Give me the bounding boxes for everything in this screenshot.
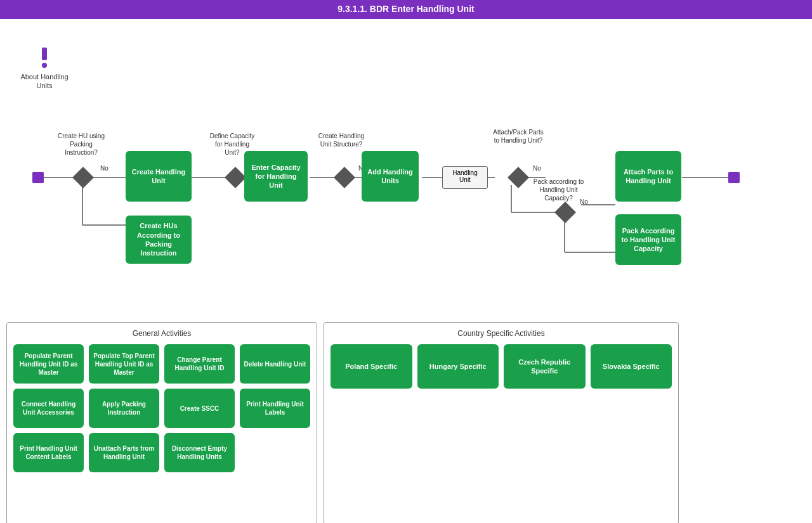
attach-parts-box[interactable]: Attach Parts to Handling Unit bbox=[615, 151, 681, 202]
btn-delete-hu[interactable]: Delete Handling Unit bbox=[240, 344, 310, 384]
handling-unit-label: Handling Unit bbox=[442, 166, 488, 189]
general-panel-title: General Activities bbox=[13, 329, 310, 338]
no-label-5: No bbox=[580, 198, 588, 205]
general-activities-grid: Populate Parent Handling Unit ID as Mast… bbox=[13, 344, 310, 472]
about-section[interactable]: About Handling Units bbox=[19, 46, 70, 91]
end-node bbox=[728, 172, 740, 183]
btn-hungary[interactable]: Hungary Specific bbox=[417, 344, 499, 389]
start-node bbox=[32, 172, 44, 183]
bottom-panels: General Activities Populate Parent Handl… bbox=[0, 322, 812, 523]
btn-populate-parent[interactable]: Populate Parent Handling Unit ID as Mast… bbox=[13, 344, 84, 384]
create-hu-box[interactable]: Create Handling Unit bbox=[126, 151, 192, 202]
info-icon bbox=[36, 46, 53, 70]
question-create-hu: Create HU using Packing Instruction? bbox=[56, 132, 107, 157]
enter-capacity-box[interactable]: Enter Capacity for Handling Unit bbox=[244, 151, 308, 202]
btn-apply-packing[interactable]: Apply Packing Instruction bbox=[89, 389, 159, 428]
country-panel-title: Country Specific Activities bbox=[331, 329, 672, 338]
btn-create-sscc[interactable]: Create SSCC bbox=[164, 389, 235, 428]
general-activities-panel: General Activities Populate Parent Handl… bbox=[6, 322, 317, 523]
btn-populate-top-parent[interactable]: Populate Top Parent Handling Unit ID as … bbox=[89, 344, 159, 384]
question-attach: Attach/Pack Parts to Handling Unit? bbox=[490, 128, 547, 145]
main-content: About Handling Units bbox=[0, 19, 812, 523]
about-label: About Handling Units bbox=[19, 72, 70, 91]
btn-disconnect-empty[interactable]: Disconnect Empty Handling Units bbox=[164, 433, 235, 472]
btn-print-content-labels[interactable]: Print Handling Unit Content Labels bbox=[13, 433, 84, 472]
create-hus-pi-box[interactable]: Create HUs According to Packing Instruct… bbox=[126, 216, 192, 264]
pack-capacity-box[interactable]: Pack According to Handling Unit Capacity bbox=[615, 214, 681, 265]
btn-czech[interactable]: Czech Republic Specific bbox=[504, 344, 586, 389]
btn-change-parent[interactable]: Change Parent Handling Unit ID bbox=[164, 344, 235, 384]
btn-connect-accessories[interactable]: Connect Handling Unit Accessories bbox=[13, 389, 84, 428]
country-activities-grid: Poland Specific Hungary Specific Czech R… bbox=[331, 344, 672, 389]
btn-slovakia[interactable]: Slovakia Specific bbox=[591, 344, 672, 389]
no-label-1: No bbox=[100, 165, 108, 172]
btn-unattach-parts[interactable]: Unattach Parts from Handling Unit bbox=[89, 433, 159, 472]
page-header: 9.3.1.1. BDR Enter Handling Unit bbox=[0, 0, 812, 19]
country-activities-panel: Country Specific Activities Poland Speci… bbox=[324, 322, 679, 523]
btn-print-hu-labels[interactable]: Print Handling Unit Labels bbox=[240, 389, 310, 428]
no-label-4: No bbox=[533, 165, 541, 172]
flow-connectors bbox=[0, 114, 812, 317]
add-hu-box[interactable]: Add Handling Units bbox=[362, 151, 419, 202]
btn-poland[interactable]: Poland Specific bbox=[331, 344, 412, 389]
header-title: 9.3.1.1. BDR Enter Handling Unit bbox=[337, 4, 474, 14]
question-structure: Create Handling Unit Structure? bbox=[316, 132, 367, 148]
flow-diagram: Create HU using Packing Instruction? No … bbox=[0, 114, 812, 317]
